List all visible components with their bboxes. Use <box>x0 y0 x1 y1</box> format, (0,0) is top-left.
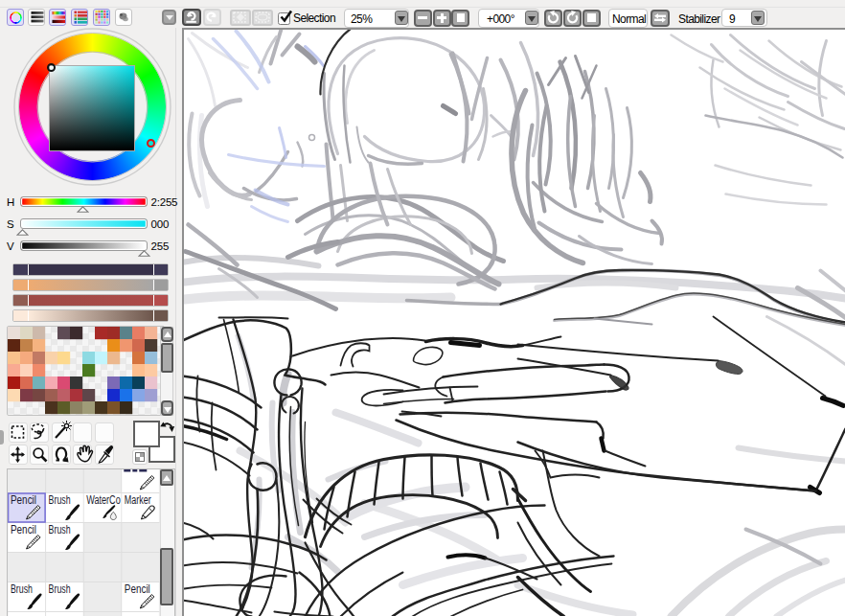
svg-text:Marker: Marker <box>125 493 151 507</box>
svg-text:Brush: Brush <box>49 493 71 507</box>
svg-text:Brush: Brush <box>11 582 33 596</box>
svg-text:Brush: Brush <box>49 582 71 596</box>
svg-text:Pencil: Pencil <box>11 523 36 536</box>
svg-text:Pencil: Pencil <box>125 582 150 596</box>
svg-text:Brush: Brush <box>49 523 71 536</box>
svg-text:WaterCo: WaterCo <box>86 493 121 507</box>
svg-text:Pencil: Pencil <box>11 493 36 507</box>
